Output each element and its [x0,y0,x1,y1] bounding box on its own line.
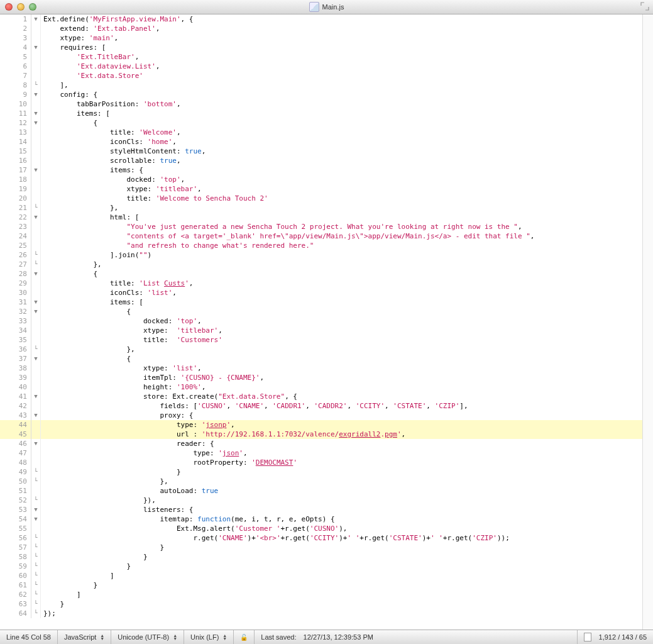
code-line[interactable]: 26└ ].join("") [0,250,642,260]
code-line[interactable]: 11▼ items: [ [0,109,642,118]
code-line[interactable]: 61└ } [0,580,642,590]
code-line[interactable]: 44 type: 'jsonp', [0,420,642,430]
language-selector[interactable]: JavaScript ▲▼ [58,630,111,644]
encoding-selector[interactable]: Unicode (UTF-8) ▲▼ [111,630,184,644]
fold-marker: └ [31,609,41,618]
code-text: } [41,562,642,571]
fold-marker[interactable]: ▼ [31,14,41,24]
code-line[interactable]: 10 tabBarPosition: 'bottom', [0,99,642,109]
fold-marker[interactable]: ▼ [31,269,41,279]
code-line[interactable]: 16 scrollable: true, [0,156,642,165]
code-line[interactable]: 8└ ], [0,80,642,90]
code-line[interactable]: 17▼ items: { [0,165,642,175]
code-line[interactable]: 29 title: 'List Custs', [0,279,642,288]
code-line[interactable]: 18 docked: 'top', [0,175,642,184]
fold-marker [31,184,41,194]
code-text: docked: 'top', [41,175,642,184]
line-number: 24 [0,231,31,241]
code-line[interactable]: 53▼ listeners: { [0,505,642,514]
code-line[interactable]: 55 Ext.Msg.alert('Customer '+r.get('CUSN… [0,524,642,533]
fold-marker[interactable]: ▼ [31,392,41,401]
code-line[interactable]: 7 'Ext.data.Store' [0,71,642,80]
fullscreen-icon[interactable] [640,2,649,12]
code-line[interactable]: 1▼Ext.define('MyFirstApp.view.Main', { [0,14,642,24]
fold-marker[interactable]: ▼ [31,439,41,448]
code-line[interactable]: 58└ } [0,552,642,562]
code-line[interactable]: 32▼ { [0,307,642,316]
code-line[interactable]: 39 itemTpl: '{CUSNO} - {CNAME}', [0,373,642,382]
code-line[interactable]: 63└ } [0,599,642,609]
fold-marker[interactable]: ▼ [31,297,41,307]
fold-marker[interactable]: ▼ [31,109,41,118]
code-line[interactable]: 40 height: '100%', [0,382,642,392]
code-line[interactable]: 33 docked: 'top', [0,316,642,326]
code-line[interactable]: 28▼ { [0,269,642,279]
code-line[interactable]: 42 fields: ['CUSNO', 'CNAME', 'CADDR1', … [0,401,642,411]
code-line[interactable]: 56└ r.get('CNAME')+'<br>'+r.get('CCITY')… [0,533,642,543]
fold-marker[interactable]: ▼ [31,354,41,364]
minimize-icon[interactable] [17,3,25,11]
code-line[interactable]: 47 type: 'json', [0,448,642,458]
code-line[interactable]: 35 title: 'Customers' [0,335,642,345]
code-text: { [41,307,642,316]
window-title-text: Main.js [322,3,344,11]
code-line[interactable]: 34 xtype: 'titlebar', [0,326,642,335]
code-line[interactable]: 4▼ requires: [ [0,43,642,52]
code-line[interactable]: 43▼ proxy: { [0,411,642,420]
lock-indicator[interactable]: 🔓 [234,630,255,644]
code-line[interactable]: 12▼ { [0,118,642,128]
code-line[interactable]: 52└ }), [0,496,642,505]
code-line[interactable]: 22▼ html: [ [0,213,642,222]
fold-marker[interactable]: ▼ [31,165,41,175]
code-line[interactable]: 31▼ items: [ [0,297,642,307]
fold-marker[interactable]: ▼ [31,90,41,99]
code-line[interactable]: 2 extend: 'Ext.tab.Panel', [0,24,642,33]
code-line[interactable]: 23 "You've just generated a new Sencha T… [0,222,642,231]
code-line[interactable]: 9▼ config: { [0,90,642,99]
line-endings-selector[interactable]: Unix (LF) ▲▼ [184,630,234,644]
fold-marker[interactable]: ▼ [31,43,41,52]
code-line[interactable]: 57└ } [0,543,642,552]
fold-marker[interactable]: ▼ [31,514,41,524]
zoom-icon[interactable] [29,3,36,11]
code-line[interactable]: 62└ ] [0,590,642,599]
fold-marker[interactable]: ▼ [31,505,41,514]
code-line[interactable]: 50└ }, [0,477,642,486]
code-line[interactable]: 25 "and refresh to change what's rendere… [0,241,642,250]
close-icon[interactable] [5,3,13,11]
source-code[interactable]: 1▼Ext.define('MyFirstApp.view.Main', {2 … [0,14,642,630]
code-line[interactable]: 51 autoLoad: true [0,486,642,496]
code-line[interactable]: 13 title: 'Welcome', [0,128,642,137]
code-line[interactable]: 48 rootProperty: 'DEMOCMAST' [0,458,642,467]
code-line[interactable]: 19 xtype: 'titlebar', [0,184,642,194]
code-line[interactable]: 64└}); [0,609,642,618]
code-line[interactable]: 54▼ itemtap: function(me, i, t, r, e, eO… [0,514,642,524]
fold-marker[interactable]: ▼ [31,411,41,420]
code-line[interactable]: 36└ }, [0,345,642,354]
code-line[interactable]: 15 styleHtmlContent: true, [0,147,642,156]
code-line[interactable]: 24 "contents of <a target='_blank' href=… [0,231,642,241]
code-line[interactable]: 37▼ { [0,354,642,364]
code-line[interactable]: 14 iconCls: 'home', [0,137,642,147]
code-line[interactable]: 60└ ] [0,571,642,580]
code-text: }); [41,609,642,618]
code-line[interactable]: 3 xtype: 'main', [0,33,642,43]
code-line[interactable]: 5 'Ext.TitleBar', [0,52,642,62]
code-line[interactable]: 45 url : 'http://192.168.1.1:7032/valenc… [0,430,642,439]
code-text: } [41,552,642,562]
code-line[interactable]: 46▼ reader: { [0,439,642,448]
fold-marker[interactable]: ▼ [31,213,41,222]
fold-marker[interactable]: ▼ [31,118,41,128]
code-line[interactable]: 6 'Ext.dataview.List', [0,62,642,71]
code-line[interactable]: 41▼ store: Ext.create("Ext.data.Store", … [0,392,642,401]
code-line[interactable]: 27└ }, [0,260,642,269]
code-line[interactable]: 30 iconCls: 'list', [0,288,642,297]
code-line[interactable]: 38 xtype: 'list', [0,364,642,373]
fold-marker[interactable]: ▼ [31,307,41,316]
vertical-scrollbar[interactable] [642,14,653,630]
code-line[interactable]: 49└ } [0,467,642,477]
code-line[interactable]: 59└ } [0,562,642,571]
code-line[interactable]: 21└ }, [0,203,642,213]
code-line[interactable]: 20 title: 'Welcome to Sencha Touch 2' [0,194,642,203]
fold-marker [31,420,41,430]
